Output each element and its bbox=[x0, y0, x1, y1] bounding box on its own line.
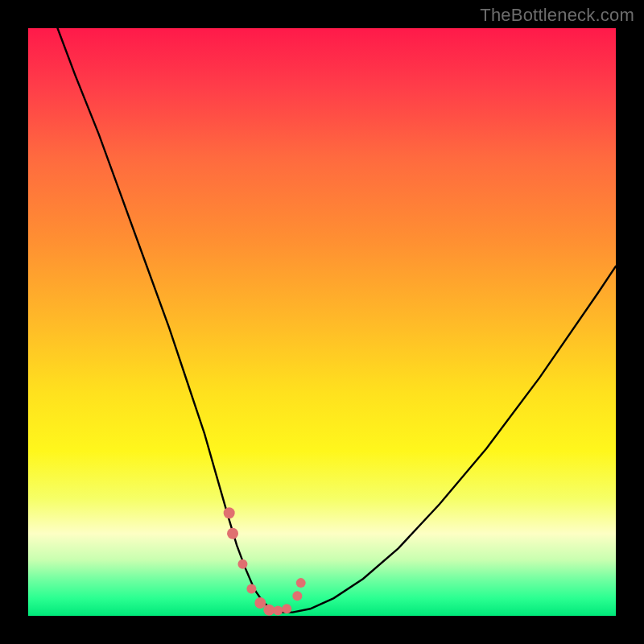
chart-svg bbox=[28, 28, 616, 616]
watermark-text: TheBottleneck.com bbox=[480, 5, 634, 26]
marker-dot bbox=[237, 559, 247, 569]
marker-dot bbox=[246, 584, 256, 593]
marker-dot bbox=[263, 605, 275, 616]
marker-dot bbox=[282, 604, 291, 613]
marker-dot bbox=[292, 591, 302, 601]
marker-dot bbox=[224, 507, 235, 518]
marker-dot bbox=[254, 597, 266, 609]
marker-dot bbox=[273, 605, 283, 615]
gradient-background bbox=[28, 28, 616, 616]
marker-dot bbox=[296, 578, 306, 588]
outer-frame: TheBottleneck.com bbox=[0, 0, 644, 644]
marker-dot bbox=[227, 528, 238, 539]
plot-area bbox=[28, 28, 616, 616]
